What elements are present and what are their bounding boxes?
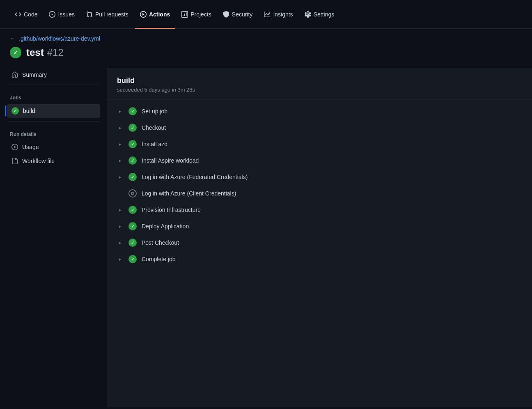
nav-pull-requests-label: Pull requests <box>95 11 128 18</box>
step-label: Install azd <box>142 141 167 147</box>
nav-actions[interactable]: Actions <box>135 0 175 28</box>
nav-issues-label: Issues <box>58 11 74 18</box>
back-arrow-icon[interactable]: ← <box>10 35 16 42</box>
chevron-icon: ▸ <box>117 207 124 213</box>
nav-issues[interactable]: Issues <box>44 0 79 28</box>
step-success-icon: ✓ <box>128 173 137 181</box>
step-success-icon: ✓ <box>128 156 137 165</box>
checkmark-icon: ✓ <box>13 49 18 56</box>
nav-projects[interactable]: Projects <box>177 0 216 28</box>
step-install-azd[interactable]: ▸ ✓ Install azd <box>107 136 532 152</box>
main-layout: Summary Jobs ✓ build Run details Usage W… <box>0 68 532 407</box>
build-title: build <box>117 76 522 85</box>
page-number: #12 <box>47 47 64 58</box>
step-list: ▸ ✓ Set up job ▸ ✓ Checkout ▸ ✓ <box>107 100 532 271</box>
sidebar-jobs-section: Jobs <box>7 88 100 104</box>
page-title: test #12 <box>26 47 64 58</box>
step-checkout[interactable]: ▸ ✓ Checkout <box>107 119 532 136</box>
nav-settings-label: Settings <box>314 11 335 18</box>
issues-icon <box>49 11 55 18</box>
step-label: Provision Infrastructure <box>142 207 201 213</box>
chevron-icon: ▸ <box>117 223 124 230</box>
breadcrumb-link[interactable]: .github/workflows/azure-dev.yml <box>19 35 100 42</box>
step-success-icon: ✓ <box>128 140 137 148</box>
chevron-icon: ▸ <box>117 256 124 262</box>
step-label: Checkout <box>142 124 166 131</box>
chevron-icon: ▸ <box>117 157 124 164</box>
step-success-icon: ✓ <box>128 206 137 214</box>
step-success-icon: ✓ <box>128 222 137 230</box>
build-status-icon: ✓ <box>11 107 19 115</box>
page-title-area: ✓ test #12 <box>0 45 532 68</box>
step-login-federated[interactable]: ▸ ✓ Log in with Azure (Federated Credent… <box>107 169 532 185</box>
breadcrumb: ← .github/workflows/azure-dev.yml <box>0 29 532 45</box>
chevron-icon: ▸ <box>117 124 124 131</box>
sidebar-item-summary[interactable]: Summary <box>7 68 100 81</box>
nav-pull-requests[interactable]: Pull requests <box>81 0 133 28</box>
sidebar-item-usage[interactable]: Usage <box>7 140 100 154</box>
step-provision[interactable]: ▸ ✓ Provision Infrastructure <box>107 202 532 218</box>
build-header: build succeeded 5 days ago in 3m 28s <box>107 68 532 100</box>
top-navigation: Code Issues Pull requests Actions Projec… <box>0 0 532 29</box>
step-success-icon: ✓ <box>128 107 137 115</box>
sidebar-divider-2 <box>7 121 100 122</box>
nav-security[interactable]: Security <box>218 0 258 28</box>
sidebar-usage-label: Usage <box>22 144 39 150</box>
settings-icon <box>305 11 311 18</box>
build-subtitle: succeeded 5 days ago in 3m 28s <box>117 87 522 93</box>
sidebar-item-build[interactable]: ✓ build <box>7 104 100 118</box>
sidebar-summary-label: Summary <box>22 71 47 78</box>
step-deploy[interactable]: ▸ ✓ Deploy Application <box>107 218 532 234</box>
chevron-icon: ▸ <box>117 239 124 246</box>
step-skipped-icon <box>128 189 137 198</box>
nav-security-label: Security <box>232 11 253 18</box>
step-success-icon: ✓ <box>128 124 137 132</box>
usage-icon <box>11 144 18 150</box>
security-icon <box>223 11 229 18</box>
step-label: Install Aspire workload <box>142 157 199 164</box>
sidebar-run-details-section: Run details <box>7 125 100 140</box>
sidebar-build-label: build <box>23 108 35 114</box>
code-icon <box>15 11 21 18</box>
actions-icon <box>140 11 147 18</box>
step-label: Log in with Azure (Federated Credentials… <box>142 174 248 180</box>
step-success-icon: ✓ <box>128 239 137 247</box>
projects-icon <box>181 11 188 18</box>
step-login-client[interactable]: Log in with Azure (Client Credentials) <box>107 185 532 202</box>
pull-requests-icon <box>86 11 93 18</box>
step-success-icon: ✓ <box>128 255 137 263</box>
content-area: build succeeded 5 days ago in 3m 28s ▸ ✓… <box>107 68 532 407</box>
step-install-aspire[interactable]: ▸ ✓ Install Aspire workload <box>107 152 532 169</box>
step-complete-job[interactable]: ▸ ✓ Complete job <box>107 251 532 267</box>
sidebar-item-workflow-file[interactable]: Workflow file <box>7 154 100 168</box>
chevron-icon: ▸ <box>117 174 124 180</box>
nav-settings[interactable]: Settings <box>300 0 339 28</box>
nav-insights[interactable]: Insights <box>259 0 298 28</box>
step-set-up-job[interactable]: ▸ ✓ Set up job <box>107 103 532 119</box>
status-badge-large: ✓ <box>10 47 21 58</box>
step-label: Deploy Application <box>142 223 189 230</box>
nav-projects-label: Projects <box>190 11 211 18</box>
nav-actions-label: Actions <box>149 11 170 18</box>
chevron-icon: ▸ <box>117 108 124 115</box>
workflow-file-icon <box>11 158 18 164</box>
nav-code[interactable]: Code <box>10 0 42 28</box>
step-label: Complete job <box>142 256 176 262</box>
step-label: Log in with Azure (Client Credentials) <box>142 190 236 197</box>
sidebar: Summary Jobs ✓ build Run details Usage W… <box>0 68 107 407</box>
home-icon <box>11 71 18 78</box>
nav-insights-label: Insights <box>273 11 293 18</box>
step-post-checkout[interactable]: ▸ ✓ Post Checkout <box>107 234 532 251</box>
sidebar-divider-1 <box>7 85 100 85</box>
step-label: Post Checkout <box>142 239 179 246</box>
insights-icon <box>264 11 271 18</box>
step-label: Set up job <box>142 108 167 115</box>
nav-code-label: Code <box>24 11 37 18</box>
page-title-text: test <box>26 47 44 58</box>
chevron-icon: ▸ <box>117 141 124 147</box>
sidebar-workflow-file-label: Workflow file <box>22 158 55 164</box>
